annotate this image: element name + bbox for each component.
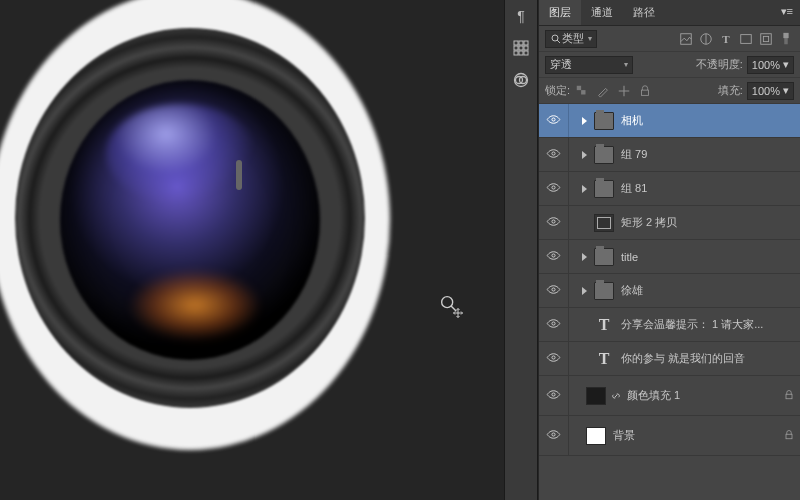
tab-channels[interactable]: 通道 [581,0,623,25]
expand-triangle-icon[interactable] [582,151,587,159]
layer-row[interactable]: 矩形 2 拷贝 [539,206,800,240]
layer-name[interactable]: 背景 [609,428,778,443]
chevron-down-icon: ▾ [783,58,789,71]
lock-row: 锁定: 填充: 100% ▾ [539,78,800,104]
lock-all-icon[interactable] [637,83,653,99]
visibility-toggle-icon[interactable] [546,387,561,404]
filter-shape-icon[interactable] [738,31,754,47]
layer-name[interactable]: 分享会温馨提示： 1 请大家... [617,317,778,332]
visibility-toggle-icon[interactable] [546,112,561,129]
expand-triangle-icon[interactable] [582,185,587,193]
opacity-value: 100% [752,59,780,71]
svg-rect-5 [514,46,518,50]
layer-row[interactable]: 相机 [539,104,800,138]
layer-list[interactable]: 相机组 79组 81矩形 2 拷贝title徐雄T分享会温馨提示： 1 请大家.… [539,104,800,500]
filter-pixel-icon[interactable] [678,31,694,47]
tab-paths[interactable]: 路径 [623,0,665,25]
layer-row[interactable]: 组 81 [539,172,800,206]
layer-row[interactable]: T你的参与 就是我们的回音 [539,342,800,376]
svg-point-11 [515,74,528,87]
right-toolstrip: ¶ [504,0,538,500]
lock-icon [783,389,795,403]
blend-mode-dropdown[interactable]: 穿透 ▾ [545,56,633,74]
layer-row[interactable]: 背景 [539,416,800,456]
svg-rect-22 [783,32,788,37]
svg-rect-35 [786,394,792,399]
svg-rect-6 [519,46,523,50]
layer-name[interactable]: title [617,251,778,263]
layer-name[interactable]: 组 79 [617,147,778,162]
layer-name[interactable]: 颜色填充 1 [623,388,778,403]
svg-rect-7 [524,46,528,50]
visibility-toggle-icon[interactable] [546,316,561,333]
svg-rect-20 [763,36,768,41]
align-panel-icon[interactable] [511,38,531,58]
filter-kind-dropdown[interactable]: 类型 ▾ [545,30,597,48]
filter-smartobject-icon[interactable] [758,31,774,47]
visibility-toggle-icon[interactable] [546,146,561,163]
svg-point-32 [552,322,555,325]
fill-input[interactable]: 100% ▾ [747,82,794,100]
blend-row: 穿透 ▾ 不透明度: 100% ▾ [539,52,800,78]
svg-rect-4 [524,41,528,45]
opacity-label: 不透明度: [696,57,743,72]
lock-transparency-icon[interactable] [574,83,590,99]
filter-kind-label: 类型 [562,31,584,46]
layer-thumbnail [594,112,614,130]
layer-name[interactable]: 徐雄 [617,283,778,298]
layer-row[interactable]: 颜色填充 1 [539,376,800,416]
layer-name[interactable]: 相机 [617,113,778,128]
filter-adjustment-icon[interactable] [698,31,714,47]
canvas-area[interactable] [0,0,504,500]
panel-tabs: 图层 通道 路径 ▾≡ [539,0,800,26]
layer-row[interactable]: 组 79 [539,138,800,172]
panel-flyout-menu-icon[interactable]: ▾≡ [774,0,800,25]
fill-label: 填充: [718,83,743,98]
opacity-input[interactable]: 100% ▾ [747,56,794,74]
filter-toggle-switch[interactable] [778,31,794,47]
canvas-scrollbar-thumb[interactable] [236,160,242,190]
layer-thumbnail [586,427,606,445]
layer-filter-row: 类型 ▾ T [539,26,800,52]
expand-triangle-icon[interactable] [582,287,587,295]
expand-triangle-icon[interactable] [582,253,587,261]
chevron-down-icon: ▾ [783,84,789,97]
filter-text-icon[interactable]: T [718,31,734,47]
layer-thumbnail [594,180,614,198]
svg-rect-23 [577,85,581,89]
cc-libraries-icon[interactable] [511,70,531,90]
layer-thumbnail: T [599,316,610,334]
layer-name[interactable]: 你的参与 就是我们的回音 [617,351,778,366]
visibility-toggle-icon[interactable] [546,282,561,299]
visibility-toggle-icon[interactable] [546,427,561,444]
svg-point-31 [552,288,555,291]
layer-name[interactable]: 矩形 2 拷贝 [617,215,778,230]
lock-position-icon[interactable] [616,83,632,99]
tab-layers[interactable]: 图层 [539,0,581,25]
svg-rect-19 [761,33,772,44]
canvas-artwork-lens [0,0,400,460]
svg-rect-10 [524,51,528,55]
layer-row[interactable]: title [539,240,800,274]
link-icon [609,391,623,401]
layer-thumbnail [586,387,606,405]
svg-rect-24 [581,90,585,94]
expand-triangle-icon[interactable] [582,117,587,125]
paragraph-panel-icon[interactable]: ¶ [511,6,531,26]
svg-rect-37 [786,434,792,439]
svg-point-30 [552,254,555,257]
lock-pixels-icon[interactable] [595,83,611,99]
layer-row[interactable]: 徐雄 [539,274,800,308]
svg-point-27 [552,152,555,155]
svg-rect-2 [514,41,518,45]
visibility-toggle-icon[interactable] [546,180,561,197]
svg-point-26 [552,118,555,121]
visibility-toggle-icon[interactable] [546,214,561,231]
layer-row[interactable]: T分享会温馨提示： 1 请大家... [539,308,800,342]
svg-point-33 [552,356,555,359]
visibility-toggle-icon[interactable] [546,350,561,367]
layer-name[interactable]: 组 81 [617,181,778,196]
visibility-toggle-icon[interactable] [546,248,561,265]
layers-panel: 图层 通道 路径 ▾≡ 类型 ▾ T 穿透 ▾ 不透明度: 100% ▾ 锁定: [538,0,800,500]
chevron-down-icon: ▾ [624,60,628,69]
